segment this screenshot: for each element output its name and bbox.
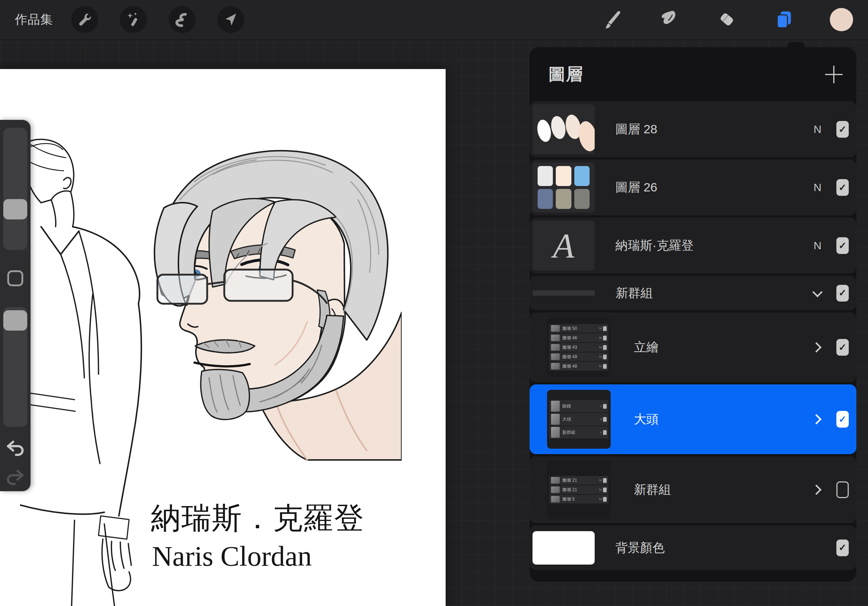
layers-panel: 圖層 圖層 28N✓圖層 26N✓A納瑞斯·克羅登N✓新群組✓圖層 50N圖層 … [530,47,856,582]
layer-visibility-checkbox[interactable]: ✓ [836,339,849,356]
layer-name: 新群組 [634,481,671,498]
paint-tool-button[interactable] [600,8,624,32]
layer-name: 圖層 26 [615,179,657,196]
group-collapsed-thumbnail[interactable] [533,290,595,296]
blend-mode-badge[interactable]: N [809,240,826,252]
layer-name: 立繪 [634,339,659,356]
top-toolbar: 作品集 [0,0,868,40]
add-layer-button[interactable] [825,65,843,84]
layers-panel-title: 圖層 [549,63,583,86]
undo-button[interactable] [5,439,25,458]
layer-name: 新群組 [616,285,653,301]
chevron-down-icon[interactable] [809,285,826,301]
group-stack-thumbnail[interactable]: 圖層 50N圖層 46N圖層 43N圖層 49N圖層 48N [547,318,611,377]
selection-button[interactable] [169,6,195,33]
background-color-thumbnail[interactable] [533,531,595,564]
eraser-tool-button[interactable] [715,8,739,32]
layer-row[interactable]: 圖層 28N✓ [530,101,856,157]
layer-row[interactable]: 圖層 21N圖層 21N圖層 5N新群組 [530,456,856,523]
layer-row-controls: ✓ [809,285,849,301]
layer-row-controls: N✓ [809,121,849,138]
selection-s-icon [174,12,190,28]
layer-row-controls: ✓ [836,540,849,556]
character-name-zh: 納瑞斯．克羅登 [151,498,364,538]
gallery-button[interactable]: 作品集 [15,11,53,28]
layers-tool-button[interactable] [772,8,796,32]
layer-row[interactable]: 圖層 26N✓ [530,159,856,215]
modify-button[interactable] [7,270,23,286]
layer-row[interactable]: A納瑞斯·克羅登N✓ [530,218,856,274]
layer-name: 大頭 [634,411,659,428]
layer-row-controls [809,481,849,498]
brush-size-handle[interactable] [3,199,27,220]
layer-visibility-checkbox[interactable] [836,481,849,498]
smudge-finger-icon [659,9,680,30]
magic-wand-icon [126,12,141,28]
layers-panel-header: 圖層 [530,47,856,101]
redo-icon [5,468,25,487]
layer-visibility-checkbox[interactable]: ✓ [836,285,849,301]
layer-visibility-checkbox[interactable]: ✓ [836,237,849,254]
layer-row-controls: N✓ [809,179,849,196]
layer-visibility-checkbox[interactable]: ✓ [836,179,849,196]
layer-name: 圖層 28 [615,121,657,138]
layer-thumbnail[interactable] [533,104,595,155]
chevron-right-icon[interactable] [809,339,826,355]
portrait-illustration [104,91,401,461]
layer-visibility-checkbox[interactable]: ✓ [836,121,849,138]
brush-size-slider[interactable] [3,128,27,250]
redo-button[interactable] [5,468,25,487]
eraser-icon [716,9,737,30]
group-stack-thumbnail[interactable]: 眼鏡›大頭›新群組› [547,390,611,449]
brush-icon [600,8,623,31]
layer-visibility-checkbox[interactable]: ✓ [836,540,849,556]
layer-row-controls: ✓ [809,339,849,356]
layer-row-controls: ✓ [809,411,849,428]
layer-visibility-checkbox[interactable]: ✓ [836,411,849,428]
color-tool-button[interactable] [829,8,854,32]
brush-opacity-handle[interactable] [3,310,27,331]
chevron-right-icon[interactable] [809,482,826,498]
smudge-tool-button[interactable] [657,8,681,32]
transform-button[interactable] [217,6,244,33]
actions-button[interactable] [71,6,98,33]
undo-icon [5,439,25,458]
artwork-canvas[interactable]: 納瑞斯．克羅登 Naris Clordan [0,69,446,606]
layer-row-controls: N✓ [809,237,849,254]
character-name-en: Naris Clordan [152,540,312,573]
wrench-icon [77,12,93,28]
group-stack-thumbnail[interactable]: 圖層 21N圖層 21N圖層 5N [547,460,611,519]
layer-thumbnail[interactable] [533,162,595,213]
layer-row[interactable]: 圖層 50N圖層 46N圖層 43N圖層 49N圖層 48N立繪✓ [530,312,856,382]
layer-row[interactable]: 眼鏡›大頭›新群組›大頭✓ [530,384,856,454]
chevron-right-icon[interactable] [809,411,826,427]
active-color-swatch [830,8,853,31]
layer-name: 背景顏色 [615,540,665,556]
blend-mode-badge[interactable]: N [809,181,826,194]
layer-name: 納瑞斯·克羅登 [615,237,693,254]
brush-sidebar [0,120,31,491]
layer-row[interactable]: 新群組✓ [530,276,856,310]
layer-row[interactable]: 背景顏色✓ [530,526,856,570]
layers-icon [773,9,795,31]
layer-thumbnail[interactable]: A [533,221,595,271]
adjustments-button[interactable] [120,6,147,33]
arrow-cursor-icon [223,12,239,28]
layer-rows-list: 圖層 28N✓圖層 26N✓A納瑞斯·克羅登N✓新群組✓圖層 50N圖層 46N… [530,101,856,570]
blend-mode-badge[interactable]: N [809,123,826,136]
